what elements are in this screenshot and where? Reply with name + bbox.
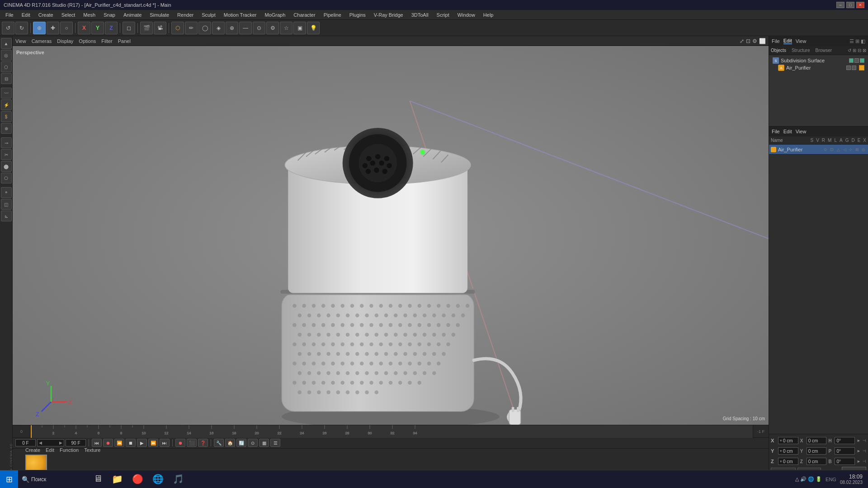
menu-mograph[interactable]: MoGraph — [261, 11, 289, 19]
viewport-menu-panel[interactable]: Panel — [118, 38, 131, 44]
menu-select[interactable]: Select — [58, 11, 79, 19]
light-button[interactable]: 💡 — [307, 22, 320, 34]
object-mode-button[interactable]: ◻ — [123, 22, 135, 34]
coord-x-scale[interactable]: 0 cm — [807, 437, 827, 444]
left-tool-5[interactable]: 〰 — [1, 88, 12, 99]
menu-render[interactable]: Render — [174, 11, 197, 19]
draw-button[interactable]: ✏ — [185, 22, 198, 34]
motion-button[interactable]: ⊙ — [248, 439, 258, 447]
panel-icon-2[interactable]: ⊞ — [853, 48, 856, 53]
taskbar-item-folder[interactable]: 📁 — [107, 470, 127, 488]
taskbar-item-explorer[interactable]: 🖥 — [89, 470, 107, 488]
viewport[interactable]: Perspective — [13, 46, 769, 425]
objects-icon-1[interactable]: ☰ — [849, 38, 854, 44]
menu-simulate[interactable]: Simulate — [146, 11, 173, 19]
panel-icon-1[interactable]: ↺ — [848, 48, 851, 53]
left-tool-8[interactable]: ⊕ — [1, 123, 12, 134]
coord-z-pos[interactable]: ▾ 0 cm — [778, 458, 798, 465]
menu-window[interactable]: Window — [454, 11, 479, 19]
left-tool-1[interactable]: ▲ — [1, 38, 12, 49]
left-tool-14[interactable]: ◫ — [1, 199, 12, 210]
viewport-icon-settings[interactable]: ⚙ — [752, 38, 757, 44]
row-icon-4[interactable]: ◁ — [842, 147, 847, 152]
goto-end-button[interactable]: ⏭ — [160, 439, 170, 447]
coord-y-scale[interactable]: 0 cm — [807, 447, 827, 455]
play-button[interactable]: ▶ — [137, 439, 147, 447]
coord-x-pos[interactable]: ▾ 0 cm — [778, 437, 798, 444]
taskbar-item-music[interactable]: 🎵 — [168, 470, 189, 488]
left-tool-15[interactable]: ⊾ — [1, 211, 12, 221]
row-icon-3[interactable]: △ — [835, 147, 841, 152]
coord-p-rot[interactable]: 0° — [835, 447, 855, 455]
current-frame-input[interactable] — [15, 439, 36, 446]
bottom-edit-tab[interactable]: Edit — [783, 129, 792, 134]
menu-script[interactable]: Script — [433, 11, 453, 19]
menu-help[interactable]: Help — [480, 11, 497, 19]
end-frame-input[interactable] — [66, 439, 86, 446]
target-button[interactable]: ⊙ — [253, 22, 265, 34]
z-axis-button[interactable]: Z — [105, 22, 118, 34]
object-row-subdiv[interactable]: S Subdivision Surface — [771, 57, 866, 64]
airpurifier-check-2[interactable] — [852, 66, 856, 70]
coord-y-pos[interactable]: ▾ 0 cm — [778, 447, 798, 455]
taskbar-item-app1[interactable]: 🔴 — [127, 470, 148, 488]
objects-view-tab[interactable]: View — [796, 38, 807, 44]
menu-character[interactable]: Character — [290, 11, 319, 19]
render-button[interactable]: 🎬 — [140, 22, 153, 34]
structure-panel-tab[interactable]: Structure — [792, 48, 810, 53]
coord-b-rot[interactable]: 0° — [835, 458, 855, 465]
object-list-row-airpurifier[interactable]: Air_Purifier ⊙ ⊡ △ ◁ ⊹ ⊞ ◎ — [769, 145, 868, 155]
scale-tool-button[interactable]: ✚ — [47, 22, 59, 34]
menu-plugins[interactable]: Plugins — [346, 11, 369, 19]
menu-pipeline[interactable]: Pipeline — [320, 11, 345, 19]
prev-frame-button[interactable]: ⏪ — [114, 439, 124, 447]
coord-z-arrow[interactable]: ► — [857, 459, 861, 464]
next-frame-button[interactable]: ⏩ — [148, 439, 158, 447]
coord-z-scale[interactable]: 0 cm — [807, 458, 827, 465]
stop-button[interactable]: ⏹ — [126, 439, 136, 447]
menu-edit[interactable]: Edit — [18, 11, 34, 19]
left-tool-11[interactable]: ⬤ — [1, 161, 12, 172]
left-tool-10[interactable]: ✂ — [1, 149, 12, 160]
circle-button[interactable]: ◯ — [198, 22, 211, 34]
objects-icon-2[interactable]: ⊞ — [855, 38, 859, 44]
browser-panel-tab[interactable]: Browser — [815, 48, 832, 53]
coord-h-rot[interactable]: 0° — [835, 437, 855, 444]
row-icon-5[interactable]: ⊹ — [848, 147, 854, 152]
objects-panel-tab[interactable]: Objects — [771, 48, 786, 53]
viewport-menu-view[interactable]: View — [15, 38, 26, 44]
coord-y-arrow[interactable]: ► — [857, 449, 861, 453]
row-icon-6[interactable]: ⊞ — [854, 147, 860, 152]
menu-sculpt[interactable]: Sculpt — [198, 11, 219, 19]
material-menu-function[interactable]: Function — [60, 447, 79, 453]
cross-button[interactable]: ⊕ — [226, 22, 238, 34]
line-button[interactable]: — — [239, 22, 252, 34]
panel-icon-4[interactable]: ⊠ — [863, 48, 866, 53]
panel-icon-3[interactable]: ⊟ — [858, 48, 861, 53]
viewport-icon-zoom[interactable]: ⊡ — [746, 38, 750, 44]
coord-x-lock[interactable]: ⊣ — [863, 438, 866, 443]
menu-mesh[interactable]: Mesh — [80, 11, 99, 19]
polygon-button[interactable]: ⬡ — [171, 22, 184, 34]
viewport-menu-display[interactable]: Display — [57, 38, 73, 44]
goto-start-button[interactable]: ⏮ — [92, 439, 102, 447]
motion-path-button[interactable]: 🔧 — [214, 439, 224, 447]
undo-button[interactable]: ↺ — [2, 22, 14, 34]
row-icon-7[interactable]: ◎ — [861, 147, 866, 152]
menu-motion-tracker[interactable]: Motion Tracker — [220, 11, 260, 19]
list-button-pb[interactable]: ☰ — [270, 439, 280, 447]
row-icon-1[interactable]: ⊙ — [823, 147, 828, 152]
diamond-button[interactable]: ◈ — [212, 22, 225, 34]
menu-animate[interactable]: Animate — [120, 11, 145, 19]
home-button[interactable]: 🏠 — [225, 439, 235, 447]
minimize-button[interactable]: – — [836, 2, 844, 8]
stop-record-button[interactable]: ⬛ — [187, 439, 197, 447]
material-menu-texture[interactable]: Texture — [84, 447, 100, 453]
viewport-icon-maximize[interactable]: ⬜ — [759, 38, 766, 44]
taskbar-search-input[interactable] — [31, 476, 85, 483]
viewport-menu-options[interactable]: Options — [79, 38, 96, 44]
help-button[interactable]: ❓ — [198, 439, 208, 447]
menu-file[interactable]: File — [2, 11, 17, 19]
menu-vray[interactable]: V-Ray Bridge — [370, 11, 407, 19]
redo-button[interactable]: ↻ — [15, 22, 28, 34]
